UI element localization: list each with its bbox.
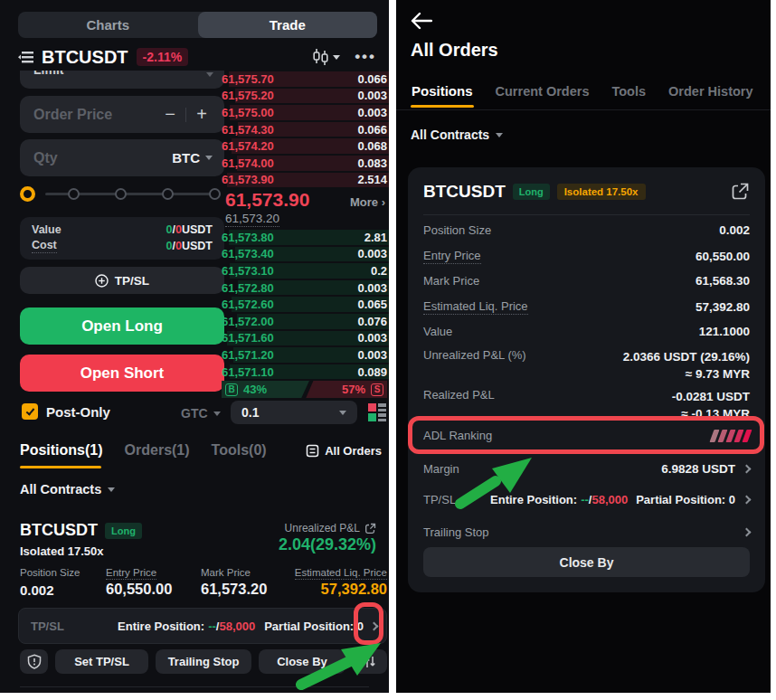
order-price-input[interactable] xyxy=(33,107,133,123)
tab-tools[interactable]: Tools xyxy=(611,84,646,99)
trade-panel: Charts Trade BTCUSDT -2.11% xyxy=(0,0,389,693)
tab-charts[interactable]: Charts xyxy=(18,12,198,38)
active-tab-underline xyxy=(20,466,101,468)
chevron-right-icon xyxy=(743,465,752,474)
position-card: BTCUSDT Long Isolated 17.50x Position Si… xyxy=(408,167,765,592)
bid-row[interactable]: 61,573.100.2 xyxy=(222,262,387,279)
ask-row[interactable]: 61,574.300.066 xyxy=(222,121,387,138)
trailing-stop-button[interactable]: Trailing Stop xyxy=(156,649,251,674)
mark-price-small[interactable]: 61,573.20 xyxy=(225,212,279,227)
annotation-arrow xyxy=(294,638,386,690)
margin-mode: Isolated 17.50x xyxy=(20,544,104,558)
screenshot-root: Charts Trade BTCUSDT -2.11% xyxy=(0,0,776,700)
post-only-checkbox[interactable] xyxy=(22,403,38,420)
contracts-filter[interactable]: All Contracts xyxy=(411,128,503,142)
contracts-filter[interactable]: All Contracts xyxy=(20,482,115,497)
increase-price-button[interactable]: + xyxy=(186,104,217,125)
orderbook-asks: 61,575.700.066 61,575.200.003 61,575.000… xyxy=(222,71,387,188)
sell-tag: S xyxy=(371,383,383,396)
back-arrow-icon[interactable] xyxy=(411,12,432,30)
position-symbol: BTCUSDT xyxy=(423,182,506,202)
open-long-button[interactable]: Open Long xyxy=(20,307,224,345)
unit-select[interactable]: BTC xyxy=(172,150,213,166)
chevron-down-icon xyxy=(206,72,213,77)
ask-row[interactable]: 61,574.000.083 xyxy=(222,155,387,172)
charts-trade-segmented-control: Charts Trade xyxy=(18,12,377,38)
tab-orders[interactable]: Orders(1) xyxy=(125,442,190,459)
ask-row[interactable]: 61,575.700.066 xyxy=(222,71,387,88)
chevron-right-icon xyxy=(743,496,752,505)
tab-order-history[interactable]: Order History xyxy=(668,84,752,99)
bid-row[interactable]: 61,572.600.065 xyxy=(222,296,387,313)
bid-row[interactable]: 61,572.800.003 xyxy=(222,279,387,297)
open-short-button[interactable]: Open Short xyxy=(20,355,224,392)
row-value: Value 121.1000 xyxy=(423,325,750,338)
ask-row[interactable]: 61,573.902.514 xyxy=(222,172,387,189)
page-title: All Orders xyxy=(411,40,498,61)
last-price-block: 61,573.90 More › 61,573.20 xyxy=(225,188,387,228)
shield-exclamation-icon xyxy=(27,654,42,669)
row-position-size: Position Size 0.002 xyxy=(423,223,750,237)
upl-label: Unrealized P&L xyxy=(285,522,360,534)
bid-row[interactable]: 61,571.200.003 xyxy=(222,346,387,364)
symbol-title[interactable]: BTCUSDT xyxy=(42,47,128,68)
add-tpsl-button[interactable]: TP/SL xyxy=(20,267,224,294)
row-entry-price: Entry Price 60,550.00 xyxy=(423,249,750,264)
card-divider xyxy=(423,214,750,215)
bid-row[interactable]: 61,571.100.089 xyxy=(222,364,387,381)
tab-trade[interactable]: Trade xyxy=(198,12,378,38)
cost-label[interactable]: Cost xyxy=(32,239,57,253)
ask-row[interactable]: 61,574.200.068 xyxy=(222,137,387,155)
order-price-field[interactable]: − + xyxy=(20,96,224,133)
side-badge: Long xyxy=(105,523,142,539)
quantity-field[interactable]: BTC xyxy=(20,139,224,176)
more-options-icon[interactable]: ••• xyxy=(355,48,376,66)
chevron-down-icon xyxy=(108,487,115,492)
post-only-label: Post-Only xyxy=(46,404,110,420)
bid-row[interactable]: 61,571.600.003 xyxy=(222,330,387,347)
risk-alert-button[interactable] xyxy=(20,649,48,674)
buy-sell-ratio-bar: B 43% 57% S xyxy=(222,381,387,398)
slider-handle[interactable] xyxy=(20,186,35,202)
order-type-select[interactable]: Limit xyxy=(20,71,224,89)
all-orders-panel: All Orders Positions Current Orders Tool… xyxy=(396,0,771,693)
last-price: 61,573.90 xyxy=(225,189,309,211)
bid-row[interactable]: 61,573.400.003 xyxy=(222,246,387,263)
all-orders-link[interactable]: All Orders xyxy=(306,444,382,458)
orderbook-more-link[interactable]: More › xyxy=(350,195,385,209)
margin-mode-badge: Isolated 17.50x xyxy=(557,184,646,200)
set-tpsl-button[interactable]: Set TP/SL xyxy=(55,649,148,674)
ask-row[interactable]: 61,575.000.003 xyxy=(222,104,387,121)
decrease-price-button[interactable]: − xyxy=(155,104,185,125)
row-liq-price: Estimated Liq. Price 57,392.80 xyxy=(423,299,750,315)
pair-selector-icon[interactable] xyxy=(18,51,33,64)
row-trailing-stop[interactable]: Trailing Stop xyxy=(423,525,750,539)
external-link-icon[interactable] xyxy=(730,182,750,202)
chevron-down-icon xyxy=(213,411,221,416)
document-icon xyxy=(306,444,319,458)
position-stats: Position Size 0.002 Entry Price 60,550.0… xyxy=(20,567,387,603)
side-badge: Long xyxy=(513,184,550,200)
ask-row[interactable]: 61,575.200.003 xyxy=(222,88,387,105)
tab-positions[interactable]: Positions(1) xyxy=(20,442,103,459)
quantity-slider[interactable] xyxy=(20,185,224,203)
annotation-highlight-adl-row xyxy=(408,416,764,454)
share-icon[interactable] xyxy=(364,523,376,534)
tab-tools[interactable]: Tools(0) xyxy=(212,442,267,459)
orderbook-layout-icon[interactable] xyxy=(366,402,388,423)
candlestick-chart-icon[interactable] xyxy=(312,49,340,65)
tif-select[interactable]: GTC xyxy=(181,406,221,421)
active-tab-underline xyxy=(411,105,474,108)
quantity-input[interactable] xyxy=(33,150,133,166)
bid-row[interactable]: 61,573.802.81 xyxy=(222,229,387,246)
sell-percent: 57% xyxy=(342,383,365,396)
tabs-divider xyxy=(396,109,771,110)
tab-current-orders[interactable]: Current Orders xyxy=(496,84,590,99)
bid-row[interactable]: 61,572.000.076 xyxy=(222,313,387,330)
chevron-right-icon xyxy=(743,528,752,537)
value-cost-box: Value 0/0USDT Cost 0/0USDT xyxy=(20,217,224,260)
tick-size-select[interactable]: 0.1 xyxy=(231,401,357,424)
close-by-button[interactable]: Close By xyxy=(423,547,750,577)
change-badge: -2.11% xyxy=(137,48,189,66)
tab-positions[interactable]: Positions xyxy=(412,83,473,99)
